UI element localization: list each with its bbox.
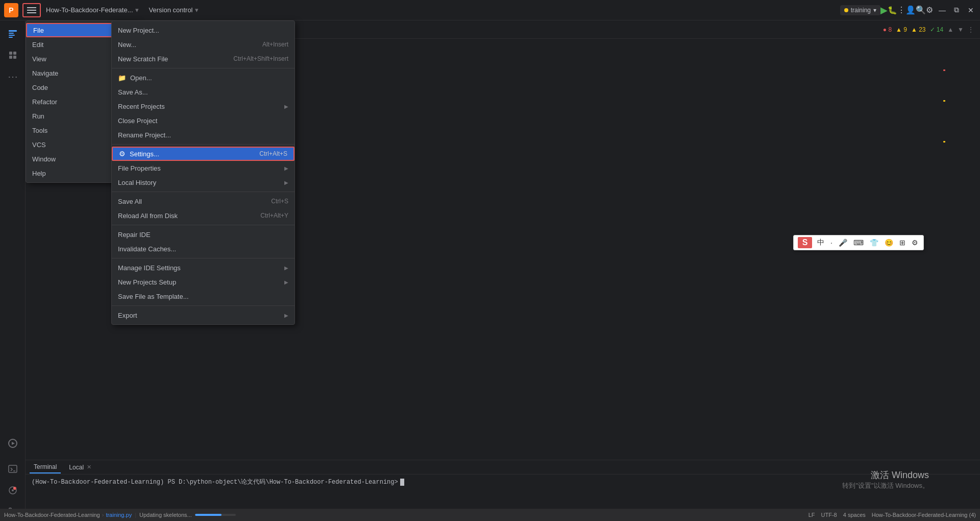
new-scratch-shortcut: Ctrl+Alt+Shift+Insert [233,55,288,62]
menu-tools-label: Tools [32,127,47,134]
submenu-reload[interactable]: Reload All from Disk Ctrl+Alt+Y [112,208,295,223]
settings-button[interactable]: ⚙ [926,5,933,15]
hamburger-line-1 [27,7,36,8]
submenu-save-as[interactable]: Save As... [112,85,295,99]
menu-edit-label: Edit [32,41,43,49]
separator-3 [112,192,295,192]
menu-window-label: Window [32,155,56,163]
submenu-new-scratch[interactable]: New Scratch File Ctrl+Alt+Shift+Insert [112,52,295,66]
recent-projects-label: Recent Projects [118,103,165,110]
hamburger-button[interactable] [22,3,41,17]
new-project-label: New Project... [118,27,159,34]
project-chevron-icon[interactable]: ▾ [135,6,139,14]
invalidate-caches-label: Invalidate Caches... [118,245,176,253]
run-button[interactable]: ▶ [880,5,888,16]
submenu-new[interactable]: New... Alt+Insert [112,37,295,52]
submenu-repair-ide[interactable]: Repair IDE [112,227,295,242]
menu-view-label: View [32,55,46,63]
manage-ide-settings-arrow-icon: ▶ [284,265,288,271]
hamburger-line-2 [27,10,36,11]
local-history-arrow-icon: ▶ [284,180,288,185]
submenu-invalidate-caches[interactable]: Invalidate Caches... [112,242,295,256]
menu-overlay: File Edit ▶ View ▶ Navigate ▶ Code ▶ Ref… [0,20,980,521]
new-shortcut: Alt+Insert [262,41,288,48]
run-config-badge[interactable]: training ▾ [840,5,880,15]
submenu-save-template[interactable]: Save File as Template... [112,289,295,303]
reload-shortcut: Ctrl+Alt+Y [260,212,288,219]
more-actions-button[interactable]: ⋮ [897,5,905,15]
settings-gear-icon: ⚙ [119,150,126,158]
open-label: Open... [130,74,152,82]
new-projects-setup-arrow-icon: ▶ [284,279,288,285]
new-scratch-label: New Scratch File [118,55,168,63]
window-controls: — ⧉ ✕ [937,5,976,15]
submenu-manage-ide-settings[interactable]: Manage IDE Settings ▶ [112,260,295,275]
repair-ide-label: Repair IDE [118,231,151,239]
separator-4 [112,225,295,225]
local-history-label: Local History [118,179,156,186]
submenu-new-projects-setup[interactable]: New Projects Setup ▶ [112,275,295,289]
submenu-export[interactable]: Export ▶ [112,308,295,322]
vc-chevron-icon[interactable]: ▾ [195,6,199,14]
separator-5 [112,258,295,258]
run-config-chevron-icon: ▾ [873,7,876,14]
hamburger-line-3 [27,12,36,13]
export-label: Export [118,312,137,319]
save-all-label: Save All [118,198,142,205]
menu-vcs-label: VCS [32,141,46,149]
restore-button[interactable]: ⧉ [951,5,962,15]
save-template-label: Save File as Template... [118,293,189,300]
menu-code-label: Code [32,84,48,91]
submenu-rename-project[interactable]: Rename Project... [112,128,295,142]
recent-projects-arrow-icon: ▶ [284,104,288,109]
new-label: New... [118,41,136,49]
save-all-shortcut: Ctrl+S [271,198,288,205]
debug-button[interactable]: 🐛 [888,6,897,15]
titlebar: P How-To-Backdoor-Federate... ▾ Version … [0,0,980,20]
separator-2 [112,144,295,145]
reload-label: Reload All from Disk [118,212,178,220]
file-submenu: New Project... New... Alt+Insert New Scr… [111,20,295,325]
close-project-label: Close Project [118,117,157,125]
app-logo: P [4,3,18,17]
run-config-label: training [851,7,871,14]
submenu-local-history[interactable]: Local History ▶ [112,175,295,190]
submenu-settings[interactable]: ⚙ Settings... Ctrl+Alt+S [112,147,295,161]
menu-file-label: File [33,27,44,34]
submenu-close-project[interactable]: Close Project [112,113,295,128]
file-properties-label: File Properties [118,164,161,172]
version-control-label[interactable]: Version control [149,6,193,14]
submenu-new-project[interactable]: New Project... [112,23,295,37]
project-name: How-To-Backdoor-Federate... [46,6,133,14]
separator-1 [112,68,295,68]
export-arrow-icon: ▶ [284,313,288,318]
submenu-open[interactable]: 📁 Open... [112,70,295,85]
settings-label: Settings... [130,150,159,158]
menu-help-label: Help [32,170,46,177]
account-button[interactable]: 👤 [905,5,916,15]
minimize-button[interactable]: — [937,5,947,15]
new-projects-setup-label: New Projects Setup [118,278,176,286]
menu-navigate-label: Navigate [32,69,58,77]
rename-project-label: Rename Project... [118,131,171,139]
save-as-label: Save As... [118,88,148,96]
search-button[interactable]: 🔍 [916,5,926,15]
separator-6 [112,305,295,306]
file-properties-arrow-icon: ▶ [284,165,288,171]
open-folder-icon: 📁 [118,74,126,82]
training-status-dot [844,8,848,12]
submenu-save-all[interactable]: Save All Ctrl+S [112,194,295,208]
submenu-recent-projects[interactable]: Recent Projects ▶ [112,99,295,113]
settings-shortcut: Ctrl+Alt+S [259,150,287,157]
close-button[interactable]: ✕ [966,5,976,15]
submenu-file-properties[interactable]: File Properties ▶ [112,161,295,175]
manage-ide-settings-label: Manage IDE Settings [118,264,181,272]
menu-refactor-label: Refactor [32,98,57,106]
menu-run-label: Run [32,112,44,120]
